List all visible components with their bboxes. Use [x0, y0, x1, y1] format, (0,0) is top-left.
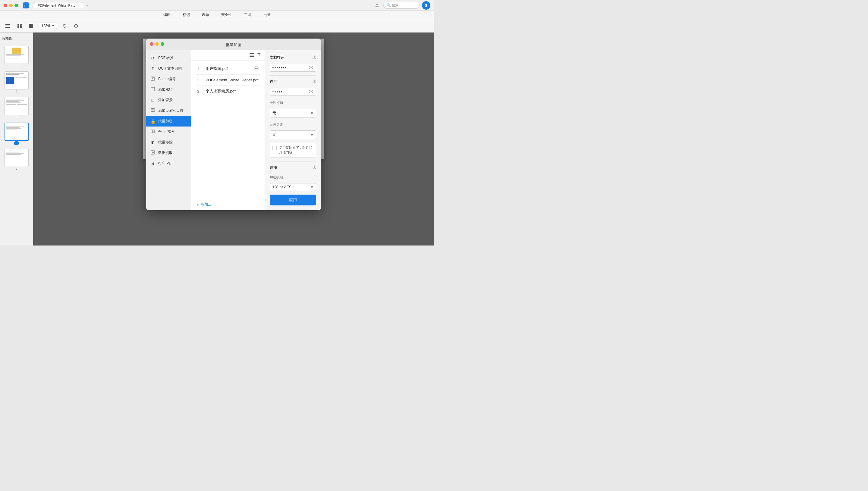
file-name-3: 个人求职简历.pdf — [205, 89, 259, 94]
svg-rect-8 — [20, 24, 22, 26]
menu-bar: 编辑 标记 表单 安全性 工具 批量 — [0, 11, 434, 19]
file-num-3: 3. — [197, 89, 202, 94]
search-icon: 🔍 — [387, 3, 392, 7]
dialog-minimize[interactable] — [155, 42, 159, 46]
menu-edit[interactable]: 编辑 — [162, 12, 172, 18]
add-files-label: 添加... — [201, 202, 211, 207]
dual-view-button[interactable] — [27, 23, 35, 29]
search-box: 🔍 搜索 — [383, 2, 420, 9]
doc-open-info-icon[interactable]: ⓘ — [312, 55, 316, 60]
window-controls — [4, 4, 18, 7]
menu-security[interactable]: 安全性 — [220, 12, 233, 18]
enable-copy-label: 启用复制文字，图片和其他内容 — [279, 145, 314, 155]
redo-button[interactable] — [72, 23, 80, 29]
thumb-page-4[interactable]: 4 — [0, 70, 33, 94]
svg-rect-20 — [151, 130, 152, 133]
delete-all-button[interactable] — [257, 53, 261, 58]
thumb-page-6[interactable]: 6 — [0, 121, 33, 146]
user-avatar[interactable] — [422, 1, 430, 10]
nav-batch-delete[interactable]: 🗑 批量移除 — [146, 137, 191, 148]
svg-rect-10 — [20, 26, 22, 28]
svg-rect-21 — [153, 130, 155, 133]
svg-rect-2 — [375, 6, 379, 7]
file-panel-footer: ＋ 添加... — [191, 199, 264, 210]
encrypt-level-value: 128-bit AES — [273, 185, 291, 189]
thumb-page-3[interactable]: 3 — [0, 45, 33, 69]
enable-copy-row: 启用复制文字，图片和其他内容 — [270, 143, 316, 157]
options-title: 选项 — [270, 165, 277, 170]
thumb-page-7[interactable]: 7 — [0, 148, 33, 172]
apply-button[interactable]: 应用 — [270, 195, 316, 205]
dialog-window-controls — [150, 42, 164, 46]
doc-open-password-toggle[interactable] — [309, 66, 313, 70]
file-panel-toolbar — [191, 50, 264, 61]
menu-tools[interactable]: 工具 — [243, 12, 253, 18]
encrypt-level-label: 加密级别 — [270, 175, 316, 179]
zoom-value: 123% — [41, 24, 51, 28]
nav-data-extract[interactable]: 数据提取 — [146, 148, 191, 158]
sidebar-toggle-button[interactable] — [4, 23, 12, 29]
allow-change-select[interactable]: 无 — [270, 131, 316, 139]
encrypt-level-select[interactable]: 128-bit AES — [270, 183, 316, 191]
svg-rect-6 — [5, 27, 10, 28]
file-name-2: PDFelement_White_Paper.pdf — [205, 78, 259, 82]
tab-close-button[interactable]: ✕ — [77, 4, 79, 7]
new-tab-button[interactable]: + — [86, 3, 88, 8]
svg-rect-12 — [31, 24, 33, 28]
nav-batch-encrypt-label: 批量加密 — [158, 119, 173, 124]
options-info-icon[interactable]: ⓘ — [312, 165, 316, 170]
batch-encrypt-dialog: 批量加密 ↺ PDF 转换 T OCR 文本识别 — [146, 38, 321, 210]
permission-info-icon[interactable]: ⓘ — [312, 79, 316, 84]
nav-bates[interactable]: Bates 编号 — [146, 74, 191, 84]
toolbar-right: 🔍 搜索 — [373, 1, 430, 10]
menu-batch[interactable]: 批量 — [262, 12, 272, 18]
allow-print-label: 允许打印 — [270, 100, 316, 105]
menu-form[interactable]: 表单 — [201, 12, 211, 18]
permission-password-toggle[interactable] — [309, 90, 313, 94]
background-icon: □ — [150, 98, 155, 103]
thumb-page-5[interactable]: 5 — [0, 96, 33, 120]
nav-batch-encrypt[interactable]: 🔒 批量加密 — [146, 116, 191, 126]
top-bar: F PDFelement_White_Pa... ✕ + 🔍 搜索 — [0, 0, 434, 11]
nav-print-pdf-label: 打印 PDF — [158, 161, 174, 166]
undo-button[interactable] — [61, 23, 68, 29]
tab-bar: PDFelement_White_Pa... ✕ + — [31, 2, 371, 8]
divider-2 — [270, 161, 316, 162]
nav-pdf-convert-label: PDF 转换 — [158, 55, 174, 61]
ocr-icon: T — [150, 66, 155, 71]
nav-background[interactable]: □ 添加背景 — [146, 95, 191, 106]
allow-print-select[interactable]: 无 — [270, 109, 316, 117]
grid-view-button[interactable] — [16, 23, 24, 29]
options-section: 选项 ⓘ — [270, 165, 316, 170]
maximize-button[interactable] — [15, 4, 18, 7]
dialog-maximize[interactable] — [161, 42, 164, 46]
add-files-button[interactable]: ＋ 添加... — [196, 202, 211, 207]
dialog-title: 批量加密 — [226, 42, 242, 48]
tab-label: PDFelement_White_Pa... — [38, 4, 75, 7]
share-button[interactable] — [373, 2, 381, 9]
nav-merge-pdf[interactable]: 合并 PDF — [146, 126, 191, 137]
list-view-button[interactable] — [250, 53, 254, 58]
batch-delete-icon: 🗑 — [150, 140, 155, 145]
enable-copy-checkbox[interactable] — [273, 146, 277, 150]
nav-ocr[interactable]: T OCR 文本识别 — [146, 63, 191, 74]
zoom-selector[interactable]: 123% — [38, 23, 57, 29]
nav-watermark[interactable]: 添加水印 — [146, 84, 191, 95]
file-remove-1[interactable] — [254, 66, 259, 71]
allow-change-label: 允许更改 — [270, 122, 316, 127]
permission-password-row: ••••• — [270, 88, 316, 96]
doc-open-password: ••••••• — [273, 65, 308, 70]
menu-mark[interactable]: 标记 — [181, 12, 191, 18]
nav-header-footer[interactable]: 添加页眉和页脚 — [146, 106, 191, 116]
close-button[interactable] — [4, 4, 7, 7]
dialog-close[interactable] — [150, 42, 153, 46]
active-tab[interactable]: PDFelement_White_Pa... ✕ — [34, 2, 83, 8]
data-extract-icon — [150, 150, 155, 155]
nav-print-pdf[interactable]: 🖨 打印 PDF — [146, 158, 191, 169]
minimize-button[interactable] — [9, 4, 13, 7]
nav-pdf-convert[interactable]: ↺ PDF 转换 — [146, 53, 191, 63]
divider-1 — [270, 75, 316, 76]
file-item-1: 1. 用户指南.pdf — [196, 63, 260, 75]
allow-print-value: 无 — [273, 111, 276, 116]
svg-text:F: F — [24, 4, 26, 7]
